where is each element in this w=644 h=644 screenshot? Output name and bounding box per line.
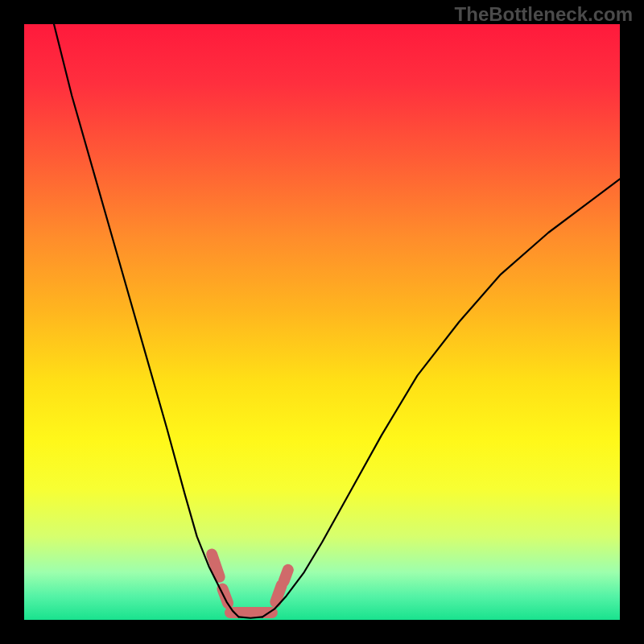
right-marker-upper bbox=[275, 585, 281, 602]
watermark-text: TheBottleneck.com bbox=[455, 3, 633, 26]
plot-area bbox=[24, 24, 620, 620]
chart-svg bbox=[24, 24, 620, 620]
right-marker-lower bbox=[284, 570, 288, 581]
gradient-background bbox=[24, 24, 620, 620]
chart-frame: TheBottleneck.com bbox=[0, 0, 644, 644]
